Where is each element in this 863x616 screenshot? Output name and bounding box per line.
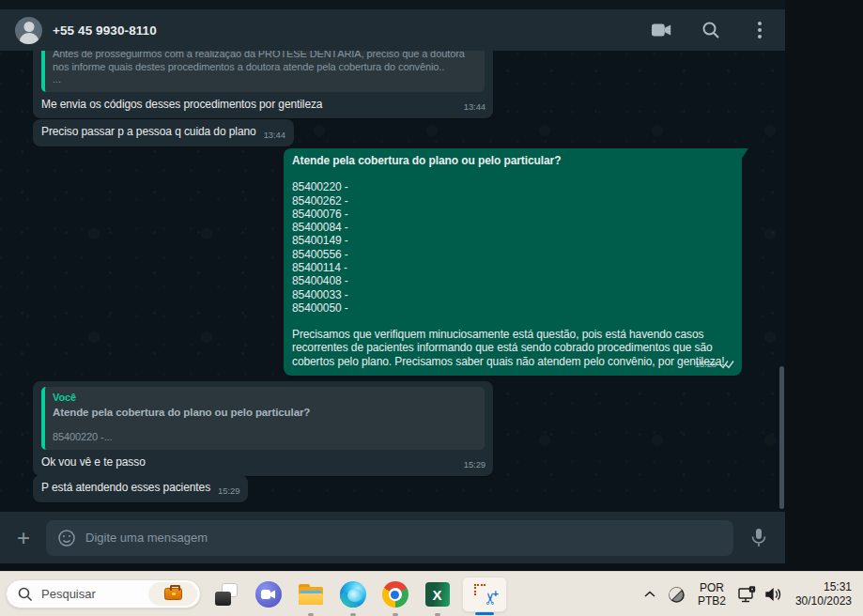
- procedure-code: 85400149 -: [292, 234, 733, 247]
- chevron-up-icon[interactable]: [644, 591, 655, 598]
- chrome-button[interactable]: [378, 577, 412, 612]
- message-text: Preciso passar p a pessoa q cuida do pla…: [41, 125, 256, 138]
- file-explorer-icon: [298, 583, 324, 606]
- search-highlight-badge: [148, 582, 197, 606]
- message-title: Atende pela cobertura do plano ou pelo p…: [292, 154, 733, 167]
- system-tray: POR PTB2 15:31 30/10/2023: [644, 572, 852, 616]
- windows-taskbar: Pesquisar: [0, 571, 863, 616]
- avatar-person-icon: [23, 22, 34, 32]
- edge-icon: [340, 581, 366, 608]
- clock-time: 15:31: [795, 580, 852, 594]
- contact-name[interactable]: +55 45 9930-8110: [53, 23, 157, 38]
- procedure-code: 85400262 -: [292, 194, 733, 208]
- network-volume-group[interactable]: [738, 586, 783, 603]
- message-time: 15:29: [464, 458, 485, 471]
- procedure-code: 85400114 -: [292, 261, 733, 274]
- quote-ellipsis: ...: [53, 73, 477, 86]
- snipping-tool-icon: ✂ +: [472, 582, 497, 607]
- language-indicator[interactable]: POR PTB2: [698, 581, 726, 608]
- window-titlebar: [0, 0, 785, 9]
- search-icon: [18, 587, 33, 602]
- contact-avatar[interactable]: [15, 17, 42, 44]
- message-bubble-incoming[interactable]: Antes de prosseguirmos com a realização …: [33, 51, 493, 118]
- chat-scrollbar[interactable]: [779, 366, 784, 509]
- procedure-code: 85400076 -: [292, 208, 733, 221]
- snipping-tool-button[interactable]: ✂ +: [462, 577, 507, 612]
- quote-text: 85400220 -...: [53, 431, 477, 444]
- message-list: Antes de prosseguirmos com a realização …: [0, 51, 785, 512]
- search-icon[interactable]: [701, 21, 721, 39]
- active-app-indicator: [475, 612, 494, 615]
- message-input-field[interactable]: [46, 520, 733, 556]
- taskbar-apps: X ✂ +: [208, 577, 507, 612]
- message-bubble-incoming[interactable]: Preciso passar p a pessoa q cuida do pla…: [33, 119, 294, 146]
- procedure-codes-list: 85400220 - 85400262 - 85400076 - 8540008…: [292, 180, 733, 315]
- message-text: Ok vou vê e te passo: [41, 455, 485, 469]
- attach-plus-icon[interactable]: +: [13, 527, 34, 549]
- procedure-code: 85400033 -: [292, 288, 733, 301]
- chrome-icon: [382, 581, 408, 608]
- procedure-code: 85400556 -: [292, 248, 733, 261]
- kebab-menu-icon[interactable]: [749, 21, 770, 39]
- message-input[interactable]: [85, 531, 722, 545]
- double-check-icon: [719, 360, 734, 369]
- procedure-code: 85400220 -: [292, 180, 733, 193]
- quote-text: Antes de prosseguirmos com a realização …: [53, 51, 477, 73]
- message-text: P está atendendo esses pacientes: [41, 481, 210, 494]
- whatsapp-window: +55 45 9930-8110 Antes de prosseguirmos …: [0, 0, 785, 563]
- message-time: 15:29: [218, 485, 239, 498]
- edge-button[interactable]: [335, 577, 370, 612]
- message-time: 13:44: [264, 129, 285, 142]
- language-code: POR: [698, 581, 726, 594]
- bubble-tail: [741, 148, 748, 160]
- desktop: +55 45 9930-8110 Antes de prosseguirmos …: [0, 0, 863, 616]
- search-placeholder: Pesquisar: [41, 587, 96, 601]
- speaker-icon: [764, 587, 783, 602]
- composer-bar: +: [0, 512, 785, 563]
- task-view-button[interactable]: [208, 577, 243, 612]
- video-call-icon[interactable]: [652, 21, 672, 39]
- quoted-message[interactable]: Você Atende pela cobertura do plano ou p…: [41, 387, 485, 450]
- keyboard-layout: PTB2: [698, 594, 726, 608]
- taskbar-search[interactable]: Pesquisar: [6, 579, 201, 608]
- task-view-icon: [214, 582, 239, 607]
- message-time: 13:44: [464, 100, 485, 114]
- emoji-icon[interactable]: [57, 529, 76, 547]
- quote-author: Você: [53, 392, 477, 405]
- quoted-message[interactable]: Antes de prosseguirmos com a realização …: [41, 51, 485, 92]
- header-actions: [652, 21, 770, 39]
- clock-date: 30/10/2023: [795, 594, 852, 608]
- message-text: Precisamos que verifiquem minuciosamente…: [292, 328, 733, 368]
- chat-header: +55 45 9930-8110: [0, 9, 785, 51]
- message-text: Me envia os códigos desses procedimentos…: [41, 98, 485, 111]
- message-bubble-incoming[interactable]: P está atendendo esses pacientes15:29: [33, 475, 248, 502]
- procedure-code: 85400050 -: [292, 301, 733, 315]
- blocked-sync-icon[interactable]: [668, 586, 686, 604]
- briefcase-icon: [164, 588, 182, 600]
- message-bubble-incoming[interactable]: Você Atende pela cobertura do plano ou p…: [33, 381, 493, 476]
- teams-icon: [255, 581, 282, 608]
- mic-icon[interactable]: [746, 528, 772, 548]
- quote-title: Atende pela cobertura do plano ou pelo p…: [53, 407, 477, 420]
- network-icon: [738, 586, 757, 603]
- teams-button[interactable]: [251, 577, 285, 612]
- taskbar-clock[interactable]: 15:31 30/10/2023: [795, 580, 852, 608]
- message-time: 15:28: [695, 358, 717, 371]
- excel-icon: X: [425, 582, 450, 607]
- procedure-code: 85400084 -: [292, 221, 733, 234]
- excel-button[interactable]: X: [420, 577, 455, 612]
- file-explorer-button[interactable]: [293, 577, 328, 612]
- message-bubble-outgoing[interactable]: Atende pela cobertura do plano ou pelo p…: [284, 148, 742, 376]
- procedure-code: 85400408 -: [292, 274, 733, 287]
